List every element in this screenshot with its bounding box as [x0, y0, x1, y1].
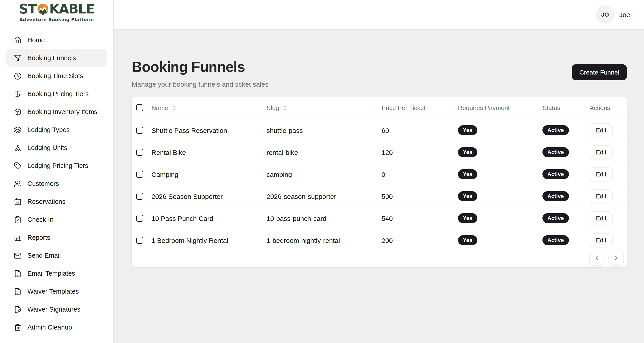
- home-icon: [14, 36, 22, 44]
- file-text-icon: [14, 270, 22, 277]
- status-badge: Active: [542, 169, 569, 179]
- column-label: Slug: [266, 104, 279, 111]
- sidebar-item-booking-funnels[interactable]: Booking Funnels: [6, 49, 107, 67]
- cell-price: 200: [382, 236, 458, 244]
- row-checkbox[interactable]: [136, 193, 143, 200]
- column-header-slug[interactable]: Slug: [266, 104, 382, 111]
- sidebar-item-label: Check-In: [28, 216, 54, 223]
- app-window: ST KABLE Adventure Booking Platform Home…: [0, 0, 644, 343]
- chart-icon: [14, 234, 22, 241]
- dollar-icon: [14, 90, 22, 98]
- page-head: Booking Funnels Manage your booking funn…: [132, 30, 627, 89]
- cell-slug: camping: [266, 170, 382, 178]
- edit-button[interactable]: Edit: [590, 167, 613, 181]
- status-badge: Active: [542, 191, 569, 201]
- row-checkbox[interactable]: [136, 127, 143, 134]
- chevrons-up-down-icon: [171, 104, 178, 111]
- avatar[interactable]: JO: [596, 5, 614, 24]
- sidebar-item-waiver-templates[interactable]: Waiver Templates: [6, 282, 107, 300]
- sidebar-item-label: Reservations: [28, 198, 66, 205]
- mountain-logo-icon: [36, 2, 50, 16]
- wordmark-left: ST: [19, 2, 36, 15]
- sidebar-item-check-in[interactable]: Check-In: [6, 211, 107, 229]
- page-subtitle: Manage your booking funnels and ticket s…: [132, 79, 268, 89]
- edit-button[interactable]: Edit: [590, 123, 613, 137]
- sidebar-item-label: Home: [28, 36, 45, 43]
- cell-slug: rental-bike: [266, 148, 382, 156]
- user-name: Joe: [619, 11, 630, 18]
- pagination: [132, 251, 627, 267]
- create-funnel-button[interactable]: Create Funnel: [572, 64, 627, 80]
- cell-slug: 2026-season-supporter: [266, 192, 382, 200]
- table-row: 2026 Season Supporter2026-season-support…: [132, 185, 627, 207]
- chevrons-up-down-icon: [282, 104, 288, 111]
- cell-price: 120: [382, 148, 458, 156]
- next-page-button[interactable]: [608, 251, 624, 266]
- sidebar-item-reports[interactable]: Reports: [6, 229, 107, 247]
- sidebar-item-lodging-pricing-tiers[interactable]: Lodging Pricing Tiers: [6, 157, 107, 175]
- sidebar-item-booking-inventory-items[interactable]: Booking Inventory Items: [6, 103, 107, 121]
- package-icon: [14, 108, 22, 116]
- sidebar-item-label: Lodging Units: [28, 144, 67, 151]
- edit-button[interactable]: Edit: [590, 145, 613, 159]
- cell-name: 10 Pass Punch Card: [152, 214, 266, 222]
- sort-button[interactable]: Name: [152, 104, 178, 111]
- column-header-actions: Actions: [590, 104, 627, 111]
- requires-payment-badge: Yes: [458, 169, 477, 179]
- table-row: 10 Pass Punch Card10-pass-punch-card540Y…: [132, 207, 627, 229]
- row-checkbox[interactable]: [136, 215, 143, 222]
- table-row: 1 Bedroom Nightly Rental1-bedroom-nightl…: [132, 229, 627, 251]
- cell-name: 1 Bedroom Nightly Rental: [152, 236, 266, 244]
- sidebar-item-send-email[interactable]: Send Email: [6, 247, 107, 265]
- brand-wordmark: ST KABLE: [19, 2, 94, 16]
- tent-icon: [14, 144, 22, 152]
- edit-button[interactable]: Edit: [590, 233, 613, 247]
- trash-icon: [14, 324, 22, 331]
- row-checkbox[interactable]: [136, 237, 143, 244]
- prev-page-button[interactable]: [589, 251, 604, 266]
- column-header-name[interactable]: Name: [152, 104, 266, 111]
- sidebar-item-label: Waiver Templates: [28, 288, 79, 295]
- cell-slug: 10-pass-punch-card: [266, 214, 382, 222]
- table-row: Campingcamping0YesActiveEdit: [132, 163, 627, 185]
- edit-button[interactable]: Edit: [590, 189, 613, 203]
- sidebar-item-reservations[interactable]: Reservations: [6, 193, 107, 211]
- sidebar-item-customers[interactable]: Customers: [6, 175, 107, 193]
- row-checkbox[interactable]: [136, 171, 143, 178]
- sidebar-item-home[interactable]: Home: [6, 31, 107, 49]
- column-header-requires-payment: Requires Payment: [458, 104, 542, 111]
- column-label: Status: [542, 104, 560, 111]
- sidebar-item-label: Email Templates: [28, 270, 75, 277]
- table-header-row: NameSlugPrice Per TicketRequires Payment…: [132, 96, 627, 119]
- sort-button[interactable]: Slug: [266, 104, 288, 111]
- brand-tagline: Adventure Booking Platform: [19, 17, 94, 22]
- sidebar-item-waiver-signatures[interactable]: Waiver Signatures: [6, 300, 107, 318]
- cell-name: Camping: [152, 170, 266, 178]
- sidebar-item-lodging-units[interactable]: Lodging Units: [6, 139, 107, 157]
- column-label: Requires Payment: [458, 104, 510, 111]
- sidebar-item-admin-cleanup[interactable]: Admin Cleanup: [6, 318, 107, 336]
- sidebar-nav: HomeBooking FunnelsBooking Time SlotsBoo…: [0, 24, 113, 343]
- table-row: Rental Bikerental-bike120YesActiveEdit: [132, 141, 627, 163]
- calendar-check-icon: [14, 198, 22, 205]
- sidebar-item-booking-time-slots[interactable]: Booking Time Slots: [6, 67, 107, 85]
- sidebar-item-booking-pricing-tiers[interactable]: Booking Pricing Tiers: [6, 85, 107, 103]
- cell-price: 0: [382, 170, 458, 178]
- status-badge: Active: [542, 213, 569, 223]
- top-bar: JO Joe: [114, 0, 644, 30]
- requires-payment-badge: Yes: [458, 235, 477, 245]
- table-row: Shuttle Pass Reservationshuttle-pass60Ye…: [132, 119, 627, 141]
- column-header-price-per-ticket: Price Per Ticket: [382, 104, 458, 111]
- row-checkbox[interactable]: [136, 149, 143, 156]
- mail-icon: [14, 252, 22, 259]
- sidebar-item-label: Booking Pricing Tiers: [28, 90, 88, 97]
- wordmark-right: KABLE: [49, 2, 94, 15]
- sidebar-item-label: Booking Time Slots: [28, 72, 83, 79]
- clock-icon: [14, 72, 22, 80]
- sidebar-item-email-templates[interactable]: Email Templates: [6, 265, 107, 282]
- sidebar-item-label: Reports: [28, 234, 50, 241]
- sidebar-item-lodging-types[interactable]: Lodging Types: [6, 121, 107, 139]
- column-label: Name: [152, 104, 168, 111]
- edit-button[interactable]: Edit: [590, 211, 613, 225]
- select-all-checkbox[interactable]: [136, 104, 143, 111]
